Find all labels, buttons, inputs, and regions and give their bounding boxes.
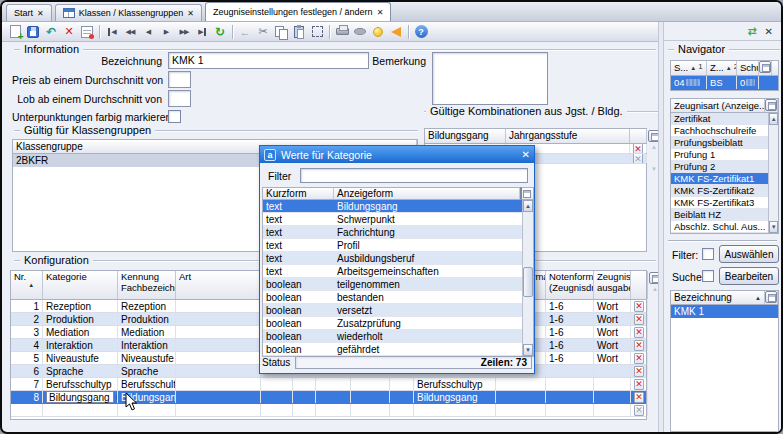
dialog-scrollbar[interactable]: ▲ ▼ [522, 200, 533, 356]
help-button[interactable]: ? [412, 23, 430, 40]
first-record-button[interactable]: ◀ [103, 23, 121, 40]
zeugnisart-item[interactable]: KMK FS-Zertifikat2 [671, 185, 768, 197]
delete-row-icon[interactable]: ✕ [633, 144, 643, 153]
cut-button[interactable]: ✂ [254, 23, 272, 40]
zeugnisart-item[interactable]: KMK FS-Zertifikat3 [671, 197, 768, 209]
tab-close-icon[interactable]: ✕ [37, 9, 44, 18]
refresh-button[interactable]: ↻ [211, 23, 229, 40]
paste-button[interactable] [290, 23, 308, 40]
kurzform-column-header[interactable]: Kurzform [263, 188, 334, 199]
zeugnisart-column-header[interactable]: Zeugnisart (Anzeige... [671, 99, 765, 112]
nr-column-header[interactable]: Nr.▲ [11, 271, 43, 299]
zeugnisart-scrollbar[interactable]: ▲ ▼ [768, 113, 778, 233]
lob-input[interactable] [168, 90, 191, 107]
scrollbar-thumb[interactable] [523, 267, 533, 297]
delete-row-icon[interactable]: ✕ [634, 327, 644, 338]
delete-row-icon[interactable]: ✕ [634, 405, 644, 416]
zeugnisart-item[interactable]: Prüfungsbeiblatt [671, 137, 768, 149]
previous-record-button[interactable]: ◀ [139, 23, 157, 40]
dialog-close-icon[interactable]: ✕ [522, 149, 530, 160]
last-record-button[interactable]: ▶ [193, 23, 211, 40]
kennung-column-header[interactable]: Kennung Fachbezeichnung [118, 271, 176, 299]
bemerkung-textarea[interactable] [432, 52, 548, 105]
schulnr-column-header[interactable]: S...▲1 [671, 61, 707, 75]
kategorie-column-header[interactable]: Kategorie [43, 271, 118, 299]
scroll-up-icon[interactable]: ▲ [651, 142, 657, 152]
announce-button[interactable] [387, 23, 405, 40]
kategorie-wert-row[interactable]: boolean wiederholt [263, 330, 522, 343]
zeugnisart-item[interactable]: Prüfung 2 [671, 161, 768, 173]
kategorie-wert-row[interactable]: boolean Zusatzprüfung [263, 317, 522, 330]
delete-button[interactable]: ✕ [60, 23, 78, 40]
export-button[interactable] [351, 23, 369, 40]
swap-panel-icon[interactable]: ⇄ [747, 25, 756, 38]
filter-checkbox[interactable] [702, 248, 714, 260]
fast-backward-button[interactable]: ◀◀ [121, 23, 139, 40]
kategorie-wert-row[interactable]: text Bildungsgang [263, 200, 522, 213]
kategorie-wert-row[interactable]: text Ausbildungsberuf [263, 252, 522, 265]
undo-button[interactable]: ↶ [42, 23, 60, 40]
delete-row-icon[interactable]: ✕ [633, 154, 643, 163]
back-button[interactable]: ← [236, 23, 254, 40]
schule-column-header[interactable]: Schule [737, 61, 759, 75]
scroll-up-icon[interactable]: ▲ [523, 200, 533, 212]
next-record-button[interactable]: ▶ [157, 23, 175, 40]
dialog-filter-input[interactable] [300, 168, 528, 183]
dialog-title-bar[interactable]: a Werte für Kategorie ✕ [260, 146, 534, 163]
fast-forward-button[interactable]: ▶▶ [175, 23, 193, 40]
schule-row[interactable]: 04 BS 0 [671, 76, 778, 90]
scroll-up-icon[interactable]: ▲ [769, 113, 778, 125]
zeugnisart-item[interactable]: Zertifikat [671, 113, 768, 125]
suche-checkbox[interactable] [702, 270, 714, 282]
table-settings-icon[interactable] [765, 99, 777, 111]
bezeichnung-input[interactable]: KMK 1 [168, 52, 369, 69]
kategorie-wert-row[interactable]: boolean bestanden [263, 291, 522, 304]
jahrgangsstufe-column-header[interactable]: Jahrgangsstufe [506, 129, 630, 143]
tab-close-icon[interactable]: ✕ [377, 8, 384, 17]
form-button[interactable] [78, 23, 96, 40]
delete-row-icon[interactable]: ✕ [634, 301, 644, 312]
delete-row-icon[interactable]: ✕ [634, 314, 644, 325]
art-column-header[interactable]: Art [176, 271, 261, 299]
kategorie-wert-row[interactable]: text Arbeitsgemeinschaften [263, 265, 522, 278]
tab-start[interactable]: Start ✕ [6, 4, 52, 21]
table-settings-icon[interactable] [520, 187, 522, 200]
scroll-down-icon[interactable]: ▼ [651, 164, 657, 174]
unterpunktungen-checkbox[interactable] [168, 110, 181, 123]
delete-row-icon[interactable]: ✕ [634, 392, 644, 403]
copy-button[interactable] [272, 23, 290, 40]
auswaehlen-button[interactable]: Auswählen [719, 245, 779, 263]
zeugnisart-item[interactable]: Abschlz. Schul. Aus... [671, 221, 768, 233]
bezeichnung-column-header[interactable]: Bezeichnung▲ [671, 291, 765, 304]
konfiguration-row[interactable]: 7 Berufsschultypi Berufsschultyp Berufss… [11, 378, 646, 391]
kategorie-wert-row[interactable]: text Fachrichtung [263, 226, 522, 239]
delete-row-icon[interactable]: ✕ [634, 366, 644, 377]
zeugnisausgabe-column-header[interactable]: Zeugnis-ausgabe [594, 271, 631, 299]
tab-close-icon[interactable]: ✕ [187, 9, 194, 18]
zeugnisart-item[interactable]: Prüfung 1 [671, 149, 768, 161]
zeugnisart-item[interactable]: Beiblatt HZ [671, 209, 768, 221]
tab-klassen-klassengruppen[interactable]: Klassen / Klassengruppen ✕ [55, 4, 202, 21]
delete-row-icon[interactable]: ✕ [634, 353, 644, 364]
zeugnisart-item[interactable]: Fachhochschulreife [671, 125, 768, 137]
save-button[interactable] [24, 23, 42, 40]
kategorie-wert-row[interactable]: text Schwerpunkt [263, 213, 522, 226]
kategorie-wert-row[interactable]: boolean teilgenommen [263, 278, 522, 291]
konfiguration-row[interactable]: 8 Bildungsgangi Bildungsgang Bildungsgan… [11, 391, 646, 404]
scroll-down-icon[interactable]: ▼ [769, 221, 778, 233]
bearbeiten-button[interactable]: Bearbeiten [719, 267, 779, 285]
table-settings-icon[interactable] [765, 291, 777, 303]
close-panel-icon[interactable]: ✕ [765, 26, 773, 37]
bezeichnung-row[interactable]: KMK 1 [671, 305, 778, 318]
tab-zeugniseinstellungen[interactable]: Zeugniseinstellungen festlegen / ändern … [205, 2, 391, 21]
delete-row-icon[interactable]: ✕ [634, 379, 644, 390]
anzeigeform-column-header[interactable]: Anzeigeform [334, 188, 520, 199]
notenformat-druck-column-header[interactable]: Notenformat (Zeugnisdruck [546, 271, 594, 299]
zeugnisart-item[interactable]: KMK FS-Zertifikat1 [671, 173, 768, 185]
preis-input[interactable] [168, 71, 191, 88]
print-button[interactable] [333, 23, 351, 40]
kategorie-wert-row[interactable]: text Profil [263, 239, 522, 252]
zweig-column-header[interactable]: Z...▲2 [707, 61, 737, 75]
konfiguration-row[interactable]: i ✕ [11, 404, 646, 417]
kategorie-wert-row[interactable]: boolean versetzt [263, 304, 522, 317]
